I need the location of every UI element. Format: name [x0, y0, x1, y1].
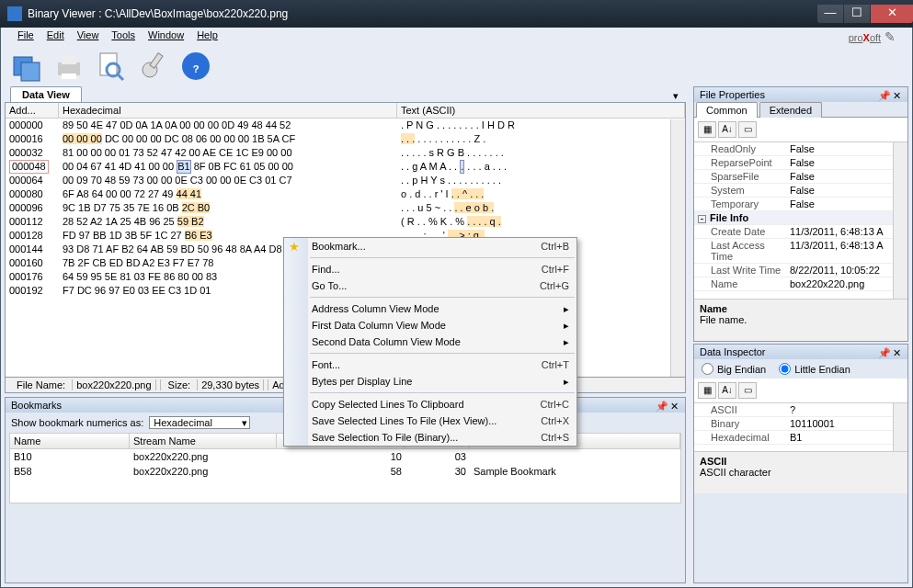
inspector-grid[interactable]: ASCII?Binary10110001HexadecimalB1: [694, 403, 907, 451]
col-text[interactable]: Text (ASCII): [397, 103, 685, 118]
prop-row[interactable]: TemporaryFalse: [694, 198, 907, 211]
app-icon: [7, 6, 22, 21]
menu-item[interactable]: ★Bookmark...Ctrl+B: [284, 238, 576, 254]
bookmark-numerics-select[interactable]: Hexadecimal: [149, 416, 250, 429]
hex-row[interactable]: 0000969C 1B D7 75 35 7E 16 0B 2C B0. . .…: [6, 201, 685, 215]
menu-item[interactable]: First Data Column View Mode▸: [284, 317, 576, 334]
insp-scrollbar[interactable]: [893, 403, 907, 451]
close-pane-icon[interactable]: ✕: [670, 401, 679, 410]
svg-text:?: ?: [193, 63, 200, 74]
big-endian-radio[interactable]: Big Endian: [702, 363, 766, 375]
prop-row[interactable]: SparseFileFalse: [694, 170, 907, 184]
hex-row[interactable]: 00003281 00 00 00 01 73 52 47 42 00 AE C…: [6, 146, 685, 160]
context-menu[interactable]: ★Bookmark...Ctrl+BFind...Ctrl+FGo To...C…: [283, 237, 577, 447]
menubar: File Edit View Tools Window Help proXoft…: [1, 28, 912, 46]
little-endian-radio[interactable]: Little Endian: [779, 363, 850, 375]
menu-item[interactable]: Copy Selected Lines To ClipboardCtrl+C: [284, 396, 576, 413]
categorize-button[interactable]: ▦: [698, 121, 716, 138]
sort-button[interactable]: A↓: [718, 382, 736, 399]
menu-file[interactable]: File: [17, 29, 34, 44]
hex-row[interactable]: 00001600 00 00 DC 00 00 00 DC 08 06 00 0…: [6, 132, 685, 146]
pin-icon[interactable]: 📌: [878, 347, 887, 356]
close-pane-icon[interactable]: ✕: [893, 347, 902, 356]
search-icon[interactable]: [95, 50, 128, 83]
svg-rect-2: [58, 62, 80, 75]
pin-icon[interactable]: 📌: [878, 90, 887, 99]
prop-row[interactable]: Last Write Time8/22/2011, 10:05:22: [694, 264, 907, 277]
data-inspector-pane: Data Inspector 📌 ✕ Big Endian Little End…: [693, 344, 908, 583]
menu-item[interactable]: Go To...Ctrl+G: [284, 277, 576, 294]
menu-separator: [310, 257, 575, 258]
inspector-row[interactable]: HexadecimalB1: [694, 431, 907, 445]
open-icon[interactable]: [10, 50, 43, 83]
col-hexadecimal[interactable]: Hexadecimal: [59, 103, 397, 118]
hex-row[interactable]: 0000806F A8 64 00 00 72 27 49 44 41o . d…: [6, 187, 685, 201]
menu-separator: [310, 392, 575, 393]
hex-scrollbar[interactable]: [670, 119, 685, 377]
sort-button[interactable]: A↓: [718, 121, 736, 138]
menu-item[interactable]: Find...Ctrl+F: [284, 261, 576, 277]
hex-row[interactable]: 00000089 50 4E 47 0D 0A 1A 0A 00 00 00 0…: [6, 119, 685, 132]
menu-help[interactable]: Help: [197, 29, 218, 44]
pin-icon[interactable]: 📌: [656, 401, 665, 410]
brand-logo: proXoft ✎: [849, 29, 896, 44]
prop-extra-button[interactable]: ▭: [738, 121, 757, 138]
tab-menu-arrow[interactable]: ▾: [673, 90, 679, 102]
tab-extended[interactable]: Extended: [759, 102, 822, 118]
data-inspector-title: Data Inspector: [700, 346, 878, 357]
bookmark-row[interactable]: B58box220x220.png5830Sample Bookmark: [10, 464, 680, 479]
menu-item[interactable]: Font...Ctrl+T: [284, 356, 576, 373]
tab-common[interactable]: Common: [696, 102, 758, 118]
hex-row[interactable]: 00004800 04 67 41 4D 41 00 00 B1 8F 0B F…: [6, 160, 685, 174]
prop-row[interactable]: ReadOnlyFalse: [694, 142, 907, 156]
prop-scrollbar[interactable]: [893, 142, 907, 299]
prop-row[interactable]: Last Access Time11/3/2011, 6:48:13 A: [694, 239, 907, 264]
prop-row[interactable]: Create Date11/3/2011, 6:48:13 A: [694, 225, 907, 239]
menu-item[interactable]: Second Data Column View Mode▸: [284, 334, 576, 350]
settings-icon[interactable]: [137, 50, 170, 83]
file-properties-grid[interactable]: ReadOnlyFalseReparsePointFalseSparseFile…: [694, 142, 907, 299]
maximize-button[interactable]: ☐: [844, 5, 870, 23]
bookmark-numerics-label: Show bookmark numerics as:: [11, 417, 143, 428]
inspector-row[interactable]: ASCII?: [694, 403, 907, 417]
svg-rect-9: [150, 53, 163, 69]
svg-line-7: [118, 74, 123, 80]
prop-row[interactable]: SystemFalse: [694, 184, 907, 198]
menu-window[interactable]: Window: [148, 29, 184, 44]
svg-rect-4: [62, 74, 76, 79]
prop-extra-button[interactable]: ▭: [738, 382, 757, 399]
help-icon[interactable]: ?: [179, 50, 212, 83]
menu-item[interactable]: Address Column View Mode▸: [284, 300, 576, 317]
menu-edit[interactable]: Edit: [47, 29, 64, 44]
inspector-description: ASCIIASCII character: [694, 451, 907, 493]
hex-row[interactable]: 00011228 52 A2 1A 25 4B 96 25 59 B2( R .…: [6, 215, 685, 229]
inspector-row[interactable]: Binary10110001: [694, 417, 907, 431]
hex-header: Add... Hexadecimal Text (ASCII): [6, 103, 685, 119]
prop-description: NameFile name.: [694, 299, 907, 341]
svg-rect-3: [62, 55, 76, 64]
hex-row[interactable]: 00006400 09 70 48 59 73 00 00 0E C3 00 0…: [6, 174, 685, 187]
categorize-button[interactable]: ▦: [698, 382, 716, 399]
menu-separator: [310, 297, 575, 298]
minimize-button[interactable]: —: [817, 5, 843, 23]
bookmark-row[interactable]: B10box220x220.png1003: [10, 449, 680, 464]
tab-data-view[interactable]: Data View: [10, 86, 82, 102]
menu-item[interactable]: Bytes per Display Line▸: [284, 373, 576, 390]
prop-row[interactable]: ReparsePointFalse: [694, 156, 907, 170]
svg-rect-1: [21, 62, 40, 81]
file-properties-pane: File Properties 📌 ✕ Common Extended ▦ A↓…: [693, 86, 908, 342]
menu-item[interactable]: Save Selection To File (Binary)...Ctrl+S: [284, 429, 576, 446]
window-title: Binary Viewer : C:\AllDev\BoxImage\box22…: [28, 7, 816, 20]
col-address[interactable]: Add...: [6, 103, 59, 118]
menu-separator: [310, 353, 575, 354]
menu-item[interactable]: Save Selected Lines To File (Hex View)..…: [284, 413, 576, 429]
print-icon[interactable]: [52, 50, 86, 83]
status-size: Size: 29,330 bytes: [161, 379, 269, 390]
prop-category[interactable]: -File Info: [694, 211, 907, 225]
menu-view[interactable]: View: [77, 29, 99, 44]
window-titlebar: Binary Viewer : C:\AllDev\BoxImage\box22…: [0, 0, 913, 28]
prop-row[interactable]: Namebox220x220.png: [694, 277, 907, 291]
close-pane-icon[interactable]: ✕: [893, 90, 902, 99]
close-button[interactable]: ✕: [871, 5, 913, 23]
menu-tools[interactable]: Tools: [111, 29, 135, 44]
